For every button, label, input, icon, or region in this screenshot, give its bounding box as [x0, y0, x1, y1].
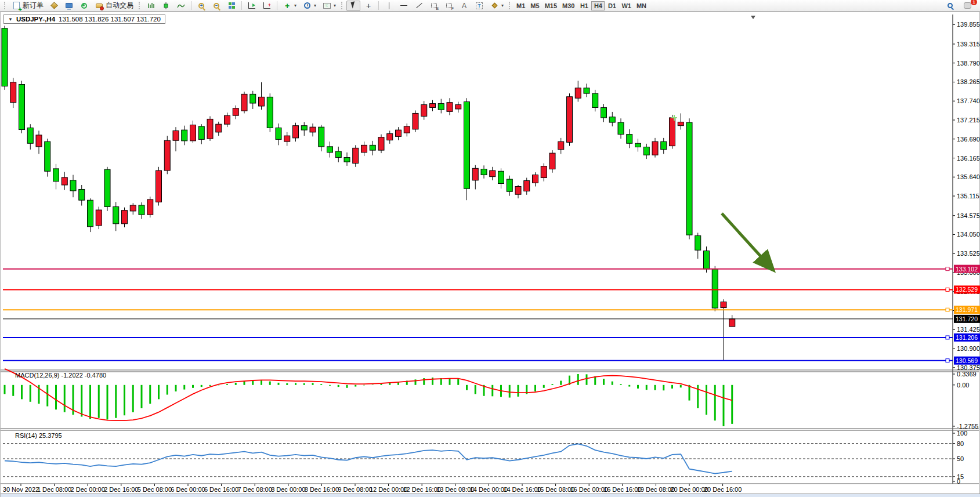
down-arrow-annotation[interactable] — [722, 213, 773, 270]
chart-dropdown-icon[interactable]: ▼ — [8, 17, 13, 22]
svg-text:130.900: 130.900 — [957, 345, 980, 352]
add-indicator-icon: + — [283, 1, 292, 10]
timeframe-button-m15[interactable]: M15 — [543, 1, 559, 10]
rsi-label: RSI(14) 25.3795 — [15, 432, 62, 439]
signals-icon — [79, 1, 89, 10]
svg-text:30 Nov 2022: 30 Nov 2022 — [3, 486, 39, 493]
vertical-line-tool-button[interactable] — [382, 1, 396, 11]
level-line-handle[interactable] — [946, 336, 949, 339]
svg-text:12 Dec 16:00: 12 Dec 16:00 — [403, 486, 440, 493]
indicator-window-button[interactable]: + — [260, 1, 274, 11]
timeframe-button-h4[interactable]: H4 — [591, 1, 605, 10]
crosshair-tool-button[interactable]: + — [361, 1, 375, 11]
svg-text:13 Dec 08:00: 13 Dec 08:00 — [436, 486, 474, 493]
notifications-button[interactable]: 1 — [960, 1, 974, 11]
auto-trading-button[interactable]: 自动交易 — [92, 1, 136, 11]
svg-text:138.265: 138.265 — [957, 78, 980, 85]
svg-text:134.050: 134.050 — [957, 231, 980, 238]
styles-button[interactable] — [47, 1, 61, 11]
svg-text:131.971: 131.971 — [956, 306, 978, 313]
new-order-icon — [12, 1, 21, 10]
templates-dropdown[interactable]: ≈▾ — [320, 1, 338, 11]
svg-text:138.790: 138.790 — [957, 60, 980, 67]
text-label-tool-button[interactable]: T — [472, 1, 486, 11]
svg-text:6 Dec 00:00: 6 Dec 00:00 — [171, 486, 205, 493]
svg-text:7 Dec 08:00: 7 Dec 08:00 — [238, 486, 272, 493]
svg-text:131.425: 131.425 — [957, 326, 980, 333]
chart-canvas[interactable]: 139.855139.315138.790138.265137.740137.2… — [1, 12, 980, 497]
fibonacci-tool-button[interactable]: F — [442, 1, 456, 11]
timeframe-button-m30[interactable]: M30 — [560, 1, 577, 10]
svg-text:0.3369: 0.3369 — [957, 371, 977, 378]
timeframe-button-d1[interactable]: D1 — [605, 1, 619, 10]
timeframe-button-m1[interactable]: M1 — [514, 1, 527, 10]
arrows-tool-dropdown[interactable]: ▾ — [487, 1, 506, 11]
svg-text:14 Dec 00:00: 14 Dec 00:00 — [470, 486, 508, 493]
toolbar-grip — [341, 2, 343, 9]
trendline-tool-button[interactable] — [412, 1, 426, 11]
channel-tool-button[interactable]: E — [427, 1, 441, 11]
level-line-handle[interactable] — [946, 308, 949, 311]
chart-window: ▼ USDJPY-,H4 131.508 131.826 131.507 131… — [0, 12, 980, 497]
tile-windows-icon — [227, 1, 236, 10]
line-chart-button[interactable] — [174, 1, 188, 11]
chart-shift-marker — [751, 16, 755, 19]
main-toolbar: 新订单 自动交易 + − + +▾ ▾ ≈▾ + E F A T ▾ M1M5M… — [0, 0, 980, 12]
notification-badge: 1 — [971, 0, 977, 5]
chart-title-box: ▼ USDJPY-,H4 131.508 131.826 131.507 131… — [3, 14, 165, 24]
svg-text:16 Dec 16:00: 16 Dec 16:00 — [603, 486, 641, 493]
svg-text:19 Dec 08:00: 19 Dec 08:00 — [637, 486, 675, 493]
periods-dropdown[interactable]: ▾ — [300, 1, 319, 11]
zoom-out-button[interactable]: − — [209, 1, 223, 11]
svg-text:133.102: 133.102 — [956, 266, 978, 273]
tile-windows-button[interactable] — [225, 1, 238, 11]
svg-text:20 Dec 00:00: 20 Dec 00:00 — [670, 486, 708, 493]
cursor-tool-button[interactable] — [346, 1, 360, 11]
candlestick-chart-button[interactable] — [159, 1, 173, 11]
timeframe-button-m5[interactable]: M5 — [528, 1, 541, 10]
svg-text:16 Dec 00:00: 16 Dec 00:00 — [570, 486, 607, 493]
svg-text:0: 0 — [957, 478, 960, 485]
add-indicator-dropdown[interactable]: +▾ — [280, 1, 299, 11]
terminal-icon — [64, 1, 74, 10]
new-chart-button[interactable] — [245, 1, 259, 11]
new-order-button[interactable]: 新订单 — [9, 1, 46, 11]
bar-chart-button[interactable] — [144, 1, 158, 11]
svg-text:2 Dec 00:00: 2 Dec 00:00 — [71, 486, 105, 493]
terminal-button[interactable] — [62, 1, 76, 11]
zoom-in-button[interactable]: + — [194, 1, 208, 11]
level-line-handle[interactable] — [946, 359, 949, 362]
text-label-icon: T — [475, 1, 484, 10]
timeframe-button-w1[interactable]: W1 — [619, 1, 634, 10]
svg-text:131.720: 131.720 — [956, 315, 978, 322]
macd-label: MACD(12,26,9) -1.2022 -0.4780 — [15, 372, 106, 379]
arrows-icon — [490, 1, 499, 10]
horizontal-line-tool-button[interactable] — [397, 1, 411, 11]
level-line-handle[interactable] — [946, 267, 949, 271]
level-line-handle[interactable] — [946, 288, 949, 291]
auto-trading-label: 自动交易 — [106, 1, 133, 10]
zoom-in-icon: + — [197, 1, 206, 10]
svg-text:135.115: 135.115 — [957, 193, 979, 199]
svg-text:15 Dec 08:00: 15 Dec 08:00 — [537, 486, 574, 493]
svg-text:14 Dec 16:00: 14 Dec 16:00 — [503, 486, 541, 493]
svg-text:12 Dec 00:00: 12 Dec 00:00 — [370, 486, 407, 493]
zoom-out-icon: − — [212, 1, 221, 10]
svg-text:136.690: 136.690 — [957, 136, 980, 143]
horizontal-line-icon — [399, 1, 408, 10]
svg-text:134.575: 134.575 — [957, 212, 980, 219]
svg-text:-1.2755: -1.2755 — [957, 423, 978, 430]
new-chart-icon — [247, 1, 256, 10]
text-tool-button[interactable]: A — [457, 1, 471, 11]
chevron-down-icon: ▾ — [314, 3, 316, 8]
chart-symbol-period: USDJPY-,H4 — [16, 16, 55, 23]
template-icon: ≈ — [322, 1, 331, 10]
chevron-down-icon: ▾ — [294, 3, 296, 8]
styles-icon — [49, 1, 59, 10]
svg-text:131.206: 131.206 — [956, 334, 978, 341]
signals-button[interactable] — [77, 1, 91, 11]
timeframe-button-mn[interactable]: MN — [634, 1, 649, 10]
text-icon: A — [460, 1, 469, 10]
timeframe-button-h1[interactable]: H1 — [577, 1, 591, 10]
search-button[interactable] — [943, 1, 957, 11]
